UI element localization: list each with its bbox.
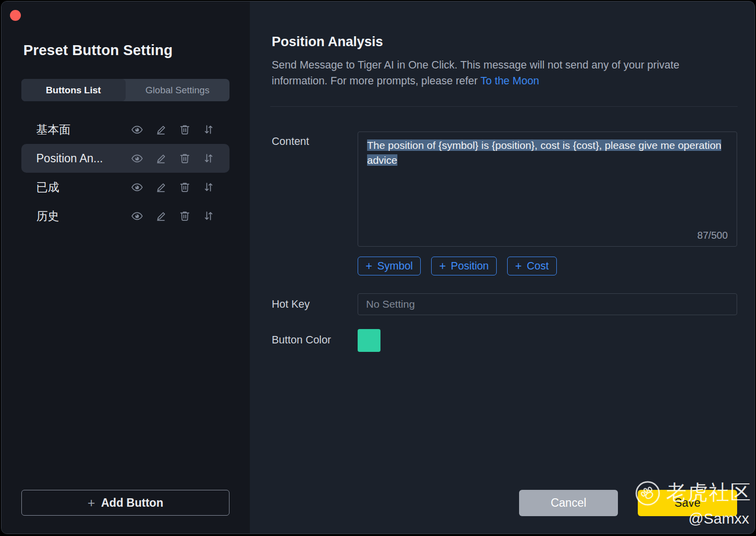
list-item-label: 已成: [36, 180, 131, 195]
to-the-moon-link[interactable]: To the Moon: [480, 75, 539, 87]
insert-position-button[interactable]: + Position: [431, 257, 497, 275]
list-item-fundamental[interactable]: 基本面: [21, 115, 229, 144]
edit-icon[interactable]: [154, 152, 167, 165]
content-textarea[interactable]: The position of {symbol} is {position}, …: [358, 132, 737, 247]
eye-icon[interactable]: [131, 209, 144, 222]
plus-icon: +: [87, 496, 95, 509]
hot-key-input[interactable]: [358, 293, 737, 315]
list-item-label: 历史: [36, 208, 131, 224]
eye-icon[interactable]: [131, 181, 144, 194]
button-color-label: Button Color: [272, 334, 331, 346]
edit-icon[interactable]: [154, 181, 167, 194]
cancel-button[interactable]: Cancel: [519, 490, 618, 516]
tab-global-settings[interactable]: Global Settings: [126, 79, 230, 101]
chip-label: Position: [451, 260, 489, 272]
sort-icon[interactable]: [202, 181, 215, 194]
row-actions: [131, 123, 215, 136]
description-text: Send Message to Tiger AI in One Click. T…: [272, 59, 680, 87]
list-item-label: 基本面: [36, 122, 131, 137]
sidebar: Preset Button Setting Buttons List Globa…: [1, 1, 250, 534]
page-description: Send Message to Tiger AI in One Click. T…: [272, 57, 716, 89]
char-counter: 87/500: [697, 230, 728, 241]
preset-button-setting-window: Preset Button Setting Buttons List Globa…: [1, 1, 755, 534]
add-button[interactable]: + Add Button: [21, 490, 229, 516]
buttons-list: 基本面 Position An... 已成: [21, 115, 229, 230]
list-item-position-analysis[interactable]: Position An...: [21, 144, 229, 173]
row-actions: [131, 152, 215, 165]
plus-icon: +: [515, 261, 522, 272]
chip-label: Cost: [527, 260, 549, 272]
add-button-label: Add Button: [101, 496, 163, 510]
list-item-filled[interactable]: 已成: [21, 173, 229, 201]
edit-icon[interactable]: [154, 123, 167, 136]
plus-icon: +: [366, 261, 372, 272]
insert-cost-button[interactable]: + Cost: [507, 257, 557, 275]
button-color-swatch[interactable]: [358, 329, 380, 352]
divider: [270, 106, 738, 107]
trash-icon[interactable]: [178, 209, 191, 222]
content-selected-text: The position of {symbol} is {position}, …: [367, 139, 721, 166]
list-item-label: Position An...: [36, 152, 131, 165]
eye-icon[interactable]: [131, 152, 144, 165]
insert-symbol-button[interactable]: + Symbol: [358, 257, 421, 275]
sidebar-title: Preset Button Setting: [23, 42, 173, 59]
content-label: Content: [272, 135, 309, 148]
variable-chips: + Symbol + Position + Cost: [358, 257, 557, 275]
main-panel: Position Analysis Send Message to Tiger …: [250, 1, 755, 534]
row-actions: [131, 181, 215, 194]
save-button[interactable]: Save: [638, 490, 737, 516]
tab-bar: Buttons List Global Settings: [21, 79, 229, 101]
list-item-history[interactable]: 历史: [21, 201, 229, 230]
sort-icon[interactable]: [202, 123, 215, 136]
trash-icon[interactable]: [178, 181, 191, 194]
sort-icon[interactable]: [202, 152, 215, 165]
trash-icon[interactable]: [178, 123, 191, 136]
tab-buttons-list[interactable]: Buttons List: [21, 79, 126, 101]
chip-label: Symbol: [377, 260, 413, 272]
trash-icon[interactable]: [178, 152, 191, 165]
content-text: The position of {symbol} is {position}, …: [367, 138, 730, 168]
sort-icon[interactable]: [202, 209, 215, 222]
plus-icon: +: [439, 261, 446, 272]
page-title: Position Analysis: [272, 34, 383, 50]
hot-key-label: Hot Key: [272, 298, 309, 311]
row-actions: [131, 209, 215, 222]
close-button[interactable]: [10, 10, 21, 21]
eye-icon[interactable]: [131, 123, 144, 136]
edit-icon[interactable]: [154, 209, 167, 222]
